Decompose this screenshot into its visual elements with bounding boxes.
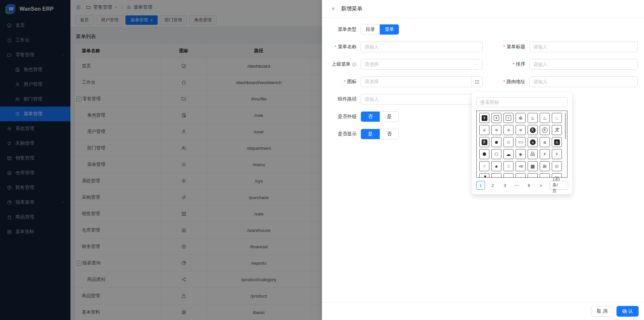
picker-icon-alert-twotone[interactable]: ♨ xyxy=(552,113,562,123)
external-link-toggle: 否 是 xyxy=(361,111,399,122)
picker-icon-aliyun[interactable]: ⊂⊃ xyxy=(516,137,526,147)
chevron-down-icon xyxy=(475,62,479,66)
picker-icon-area-chart[interactable]: ▟ xyxy=(479,173,489,178)
menu-title-label: *菜单标题 xyxy=(487,44,525,50)
picker-icon-alibaba[interactable]: a xyxy=(479,125,489,135)
picker-icon-alipay-circle-outlined[interactable]: 支 xyxy=(540,125,550,135)
picker-icon-aliwangwang-filled[interactable]: ☻ xyxy=(491,137,501,147)
picker-icon-arrow-up[interactable]: ↑ xyxy=(528,173,538,178)
icon-grid: ¥¥¥⊕♨♨♨a≡≡≡支支支支☻☺⊂⊃aaa⚉⚇☁◈品⚡⚡⚡♠♤+⊞▦⊞⊞▟↓←… xyxy=(479,113,562,178)
drawer-mask[interactable] xyxy=(0,0,322,320)
picker-icon-aliwangwang-outlined[interactable]: ☺ xyxy=(503,137,514,147)
picker-icon-arrow-left[interactable]: ← xyxy=(503,173,514,178)
icon-grid-viewport: ¥¥¥⊕♨♨♨a≡≡≡支支支支☻☺⊂⊃aaa⚉⚇☁◈品⚡⚡⚡♠♤+⊞▦⊞⊞▟↓←… xyxy=(476,111,568,178)
component-path-input[interactable] xyxy=(365,97,479,102)
info-icon xyxy=(352,62,357,67)
icon-picker-button[interactable] xyxy=(472,76,483,87)
menu-name-input[interactable] xyxy=(365,44,479,50)
menu-type-option-directory[interactable]: 目录 xyxy=(361,24,380,35)
picker-icon-api-filled[interactable]: ⚡ xyxy=(540,149,550,159)
external-link-label: 是否外链 xyxy=(322,114,357,120)
grid-dots-icon xyxy=(475,79,480,84)
page-size-select[interactable]: 140 条/页 xyxy=(549,181,568,190)
picker-icon-appstore-twotone[interactable]: ⊞ xyxy=(552,161,562,171)
icon-search-input[interactable] xyxy=(480,100,564,105)
picker-icon-api-outlined[interactable]: ⚡ xyxy=(552,149,562,159)
picker-icon-alipay-circle-filled[interactable]: 支 xyxy=(528,125,538,135)
picker-icon-ant-cloud[interactable]: ☁ xyxy=(503,149,514,159)
visible-toggle: 是 否 xyxy=(361,129,399,139)
chevron-down-icon xyxy=(564,184,565,187)
icon-picker-popup: ¥¥¥⊕♨♨♨a≡≡≡支支支支☻☺⊂⊃aaa⚉⚇☁◈品⚡⚡⚡♠♤+⊞▦⊞⊞▟↓←… xyxy=(472,92,572,194)
picker-icon-appstore-filled[interactable]: ▦ xyxy=(528,161,538,171)
menu-type-label: 菜单类型 xyxy=(322,26,357,33)
external-yes-option[interactable]: 是 xyxy=(380,112,398,122)
icon-select[interactable]: 请选择 xyxy=(361,76,472,87)
menu-title-input[interactable] xyxy=(533,44,634,50)
sort-input[interactable] xyxy=(533,62,634,67)
drawer-title: 新增菜单 xyxy=(341,5,363,12)
add-menu-drawer: × 新增菜单 菜单类型 目录 菜单 *菜单名称 *菜单标题 上级菜单 请选择 *… xyxy=(322,0,644,320)
menu-name-label: *菜单名称 xyxy=(322,44,357,50)
picker-icon-align-center[interactable]: ≡ xyxy=(491,125,501,135)
next-page-button[interactable]: > xyxy=(537,181,545,190)
parent-menu-label: 上级菜单 xyxy=(322,61,357,67)
picker-icon-amazon-outlined[interactable]: a xyxy=(540,137,550,147)
picker-icon-appstore-outlined[interactable]: ⊞ xyxy=(540,161,550,171)
visible-no-option[interactable]: 否 xyxy=(380,129,398,139)
picker-icon-alert-filled[interactable]: ♨ xyxy=(528,113,538,123)
drawer-header: × 新增菜单 xyxy=(322,0,644,18)
picker-icon-arrow-down[interactable]: ↓ xyxy=(491,173,501,178)
page-1[interactable]: 1 xyxy=(476,181,485,190)
picker-icon-arrows-alt[interactable]: ↕ xyxy=(540,173,550,178)
external-no-option[interactable]: 否 xyxy=(361,112,380,122)
cancel-button[interactable]: 取 消 xyxy=(591,306,613,317)
menu-type-option-menu[interactable]: 菜单 xyxy=(380,24,399,35)
picker-icon-alert-outlined[interactable]: ♨ xyxy=(540,113,550,123)
icon-label: *图标 xyxy=(322,79,357,85)
picker-icon-appstore-add[interactable]: +⊞ xyxy=(516,161,526,171)
confirm-button[interactable]: 确 认 xyxy=(616,306,639,317)
visible-yes-option[interactable]: 是 xyxy=(361,129,380,139)
pagination-ellipsis: ••• xyxy=(513,181,521,190)
picker-icon-audio-filled[interactable]: Ψ xyxy=(552,173,562,178)
picker-icon-account-book-twotone[interactable]: ¥ xyxy=(503,113,514,123)
picker-icon-arrow-right[interactable]: → xyxy=(516,173,526,178)
route-label: *路由地址 xyxy=(487,79,525,85)
menu-type-toggle: 目录 菜单 xyxy=(361,24,399,35)
page-6[interactable]: 6 xyxy=(525,181,533,190)
picker-icon-apple-filled[interactable]: ♠ xyxy=(491,161,501,171)
picker-icon-amazon-circle-filled[interactable]: a xyxy=(528,137,538,147)
sort-label: *排序 xyxy=(487,61,525,67)
picker-icon-alipay-square-filled[interactable]: 支 xyxy=(479,137,489,147)
picker-icon-account-book-filled[interactable]: ¥ xyxy=(479,113,489,123)
component-path-label: 组件路径 xyxy=(322,96,357,102)
picker-icon-amazon-square-filled[interactable]: a xyxy=(552,137,562,147)
picker-icon-android-outlined[interactable]: ⚇ xyxy=(491,149,501,159)
picker-icon-account-book-outlined[interactable]: ¥ xyxy=(491,113,501,123)
parent-menu-select[interactable]: 请选择 xyxy=(361,59,483,70)
picker-icon-align-right[interactable]: ≡ xyxy=(516,125,526,135)
picker-icon-ant-design[interactable]: ◈ xyxy=(516,149,526,159)
picker-icon-apartment[interactable]: 品 xyxy=(528,149,538,159)
picker-icon-android-filled[interactable]: ⚉ xyxy=(479,149,489,159)
icon-pagination: 123•••6>140 条/页 xyxy=(476,181,568,190)
picker-icon-aim[interactable]: ⊕ xyxy=(516,113,526,123)
close-icon[interactable]: × xyxy=(331,6,335,12)
picker-icon-align-left[interactable]: ≡ xyxy=(503,125,514,135)
picker-icon-apple-outlined[interactable]: ♤ xyxy=(503,161,514,171)
route-input[interactable] xyxy=(533,79,634,84)
scrollbar-thumb[interactable] xyxy=(565,113,566,139)
visible-label: 是否显示 xyxy=(322,131,357,137)
drawer-body: 菜单类型 目录 菜单 *菜单名称 *菜单标题 上级菜单 请选择 *排序 *图标 … xyxy=(322,18,644,302)
picker-icon-alipay-outlined[interactable]: 支 xyxy=(552,125,562,135)
page-2[interactable]: 2 xyxy=(488,181,497,190)
picker-icon-api-twotone[interactable]: ⚡ xyxy=(479,161,489,171)
page-3[interactable]: 3 xyxy=(500,181,509,190)
drawer-footer: 取 消 确 认 xyxy=(322,302,644,320)
